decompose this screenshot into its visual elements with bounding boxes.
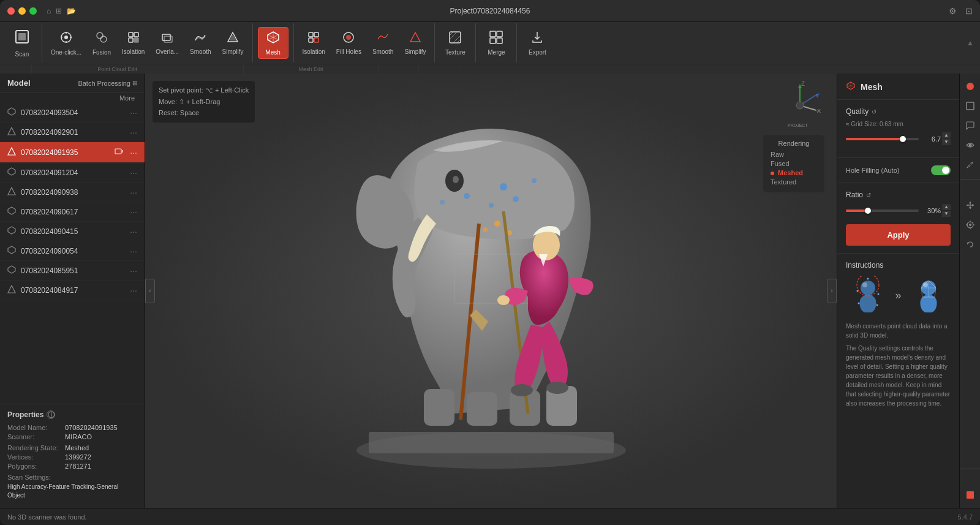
svg-marker-39: [8, 168, 15, 175]
scan-menu-7[interactable]: ···: [130, 246, 137, 256]
simplify-pc-button[interactable]: Simplify: [217, 28, 249, 58]
ratio-decrement[interactable]: ▼: [942, 211, 951, 217]
close-button[interactable]: [7, 7, 15, 15]
right-panel-collapse-button[interactable]: ›: [827, 279, 837, 303]
svg-point-90: [867, 278, 869, 280]
render-textured[interactable]: Textured: [771, 178, 817, 186]
render-raw[interactable]: Raw: [771, 151, 817, 158]
svg-point-106: [969, 224, 971, 226]
scan-menu-4[interactable]: ···: [130, 187, 137, 197]
scan-extra-2[interactable]: [114, 146, 124, 158]
fusion-icon: [95, 31, 108, 47]
overlay-button[interactable]: Overla...: [151, 28, 184, 58]
nav-folder[interactable]: 📂: [67, 7, 76, 15]
quality-refresh-icon[interactable]: ↺: [872, 108, 876, 115]
batch-processing-button[interactable]: Batch Processing ⊞: [78, 80, 137, 87]
orientation-widget[interactable]: Z X PROJECT: [775, 81, 824, 130]
sidebar-item-07082024092901[interactable]: 07082024092901 ···: [0, 123, 145, 142]
sidebar-item-07082024093504[interactable]: 07082024093504 ···: [0, 103, 145, 123]
far-right-square-button[interactable]: [962, 98, 978, 114]
apply-button[interactable]: Apply: [846, 224, 951, 246]
ratio-slider[interactable]: 30% ▲ ▼: [846, 204, 951, 217]
smooth-me-button[interactable]: Smooth: [368, 28, 398, 58]
mesh-button[interactable]: Mesh: [258, 27, 288, 59]
viewport[interactable]: Set pivot point: ⌥ + Left-Click Move: ⇧ …: [145, 74, 837, 508]
svg-point-67: [497, 295, 510, 305]
sidebar-item-07082024090415[interactable]: 07082024090415 ···: [0, 222, 145, 241]
svg-rect-30: [490, 31, 496, 37]
svg-text:Z: Z: [801, 81, 805, 87]
far-right-arrows-button[interactable]: [962, 197, 978, 213]
sidebar-item-07082024090054[interactable]: 07082024090054 ···: [0, 241, 145, 261]
quality-slider[interactable]: 6.7 ▲ ▼: [846, 132, 951, 145]
quality-title: Quality ↺: [846, 107, 951, 116]
far-right-target-button[interactable]: [962, 217, 978, 233]
far-right-eye-button[interactable]: [962, 137, 978, 153]
scan-name-7: 07082024090054: [21, 247, 125, 255]
nav-back[interactable]: ⌂: [47, 7, 51, 15]
ratio-info-icon: ↺: [866, 192, 871, 198]
scan-menu-0[interactable]: ···: [130, 108, 137, 118]
far-right-pencil-button[interactable]: [962, 157, 978, 173]
isolation-me-button[interactable]: Isolation: [298, 28, 330, 58]
more-button[interactable]: More: [117, 94, 137, 102]
sidebar-item-07082024084917[interactable]: 07082024084917 ···: [0, 281, 145, 300]
merge-label: Merge: [488, 49, 505, 56]
quality-decrement[interactable]: ▼: [942, 139, 951, 145]
scan-menu-5[interactable]: ···: [130, 207, 137, 217]
sidebar-collapse-button[interactable]: ‹: [145, 279, 155, 303]
one-click-button[interactable]: One-click...: [46, 28, 86, 58]
polygons-label: Polygons:: [7, 463, 62, 470]
nav-grid[interactable]: ⊞: [56, 7, 62, 15]
scan-button[interactable]: Scan: [7, 26, 37, 60]
hole-filling-toggle[interactable]: [931, 165, 951, 175]
export-button[interactable]: Export: [522, 28, 552, 58]
fusion-button[interactable]: Fusion: [88, 28, 116, 58]
model-3d-view[interactable]: [145, 74, 837, 508]
render-fused[interactable]: Fused: [771, 160, 817, 167]
merge-button[interactable]: Merge: [481, 28, 511, 58]
sidebar-item-07082024091204[interactable]: 07082024091204 ···: [0, 163, 145, 183]
far-right-red-square-button[interactable]: [962, 487, 978, 503]
ratio-increment[interactable]: ▲: [942, 204, 951, 210]
far-right-red-circle-button[interactable]: [962, 78, 978, 94]
ratio-value: 30%: [922, 207, 941, 214]
fill-holes-button[interactable]: Fill Holes: [331, 28, 366, 58]
svg-rect-47: [369, 432, 614, 453]
isolation-pc-icon: [127, 31, 140, 47]
scan-menu-2[interactable]: ···: [130, 148, 137, 157]
svg-marker-111: [967, 243, 969, 244]
render-meshed[interactable]: Meshed: [771, 169, 817, 176]
scanner-label: Scanner:: [7, 433, 62, 440]
settings-icon[interactable]: ⚙: [949, 6, 957, 16]
window-resize-icon[interactable]: ⊡: [965, 6, 973, 16]
texture-button[interactable]: Texture: [440, 28, 470, 58]
scan-menu-6[interactable]: ···: [130, 227, 137, 236]
svg-point-68: [511, 384, 533, 396]
svg-point-50: [500, 183, 507, 191]
scan-settings-value: High Accuracy-Feature Tracking-General O…: [7, 483, 137, 500]
minimize-button[interactable]: [18, 7, 26, 15]
svg-text:PROJECT: PROJECT: [788, 123, 808, 127]
vertices-label: Vertices:: [7, 453, 62, 461]
scanner-value: MIRACO: [65, 433, 92, 440]
smooth-pc-button[interactable]: Smooth: [185, 28, 216, 58]
hole-filling-label: Hole Filling (Auto): [846, 167, 899, 174]
scan-menu-9[interactable]: ···: [130, 285, 137, 295]
far-right-chat-button[interactable]: [962, 118, 978, 134]
far-right-undo-button[interactable]: [962, 236, 978, 252]
scan-menu-8[interactable]: ···: [130, 266, 137, 276]
scan-menu-3[interactable]: ···: [130, 168, 137, 178]
sidebar-item-07082024085951[interactable]: 07082024085951 ···: [0, 261, 145, 281]
sidebar-item-07082024090617[interactable]: 07082024090617 ···: [0, 202, 145, 222]
scan-menu-1[interactable]: ···: [130, 127, 137, 137]
sidebar-item-07082024090938[interactable]: 07082024090938 ···: [0, 183, 145, 202]
svg-point-98: [968, 144, 971, 147]
scan-icon-4: [7, 187, 16, 197]
simplify-me-button[interactable]: Simplify: [399, 28, 431, 58]
toolbar-collapse-icon[interactable]: ▲: [967, 39, 974, 47]
maximize-button[interactable]: [29, 7, 37, 15]
quality-increment[interactable]: ▲: [942, 132, 951, 138]
isolation-pc-button[interactable]: Isolation: [117, 28, 149, 58]
sidebar-item-07082024091935[interactable]: 07082024091935 ···: [0, 142, 145, 163]
